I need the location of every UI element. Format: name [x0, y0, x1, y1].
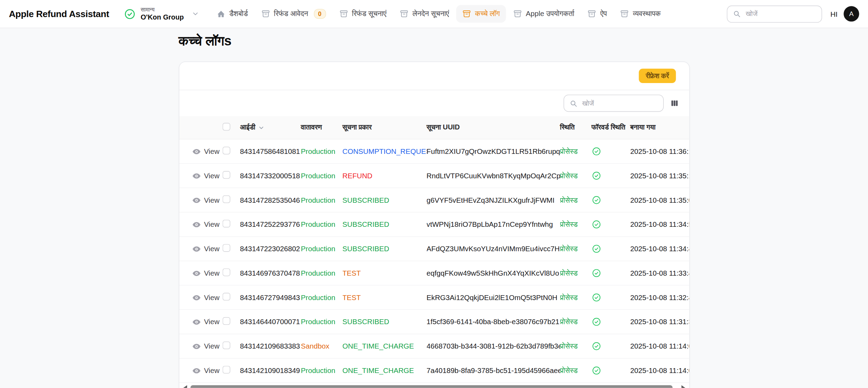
forward-status — [592, 293, 630, 302]
view-button-label: View — [204, 366, 219, 375]
header-notification-uuid: सूचना UUID — [426, 124, 560, 132]
eye-icon — [192, 366, 201, 375]
checkbox-cell — [222, 342, 240, 351]
checkbox-cell — [222, 317, 240, 327]
select-all-checkbox[interactable] — [222, 123, 230, 130]
table-row: View 843146440700071 Production SUBSCRIB… — [179, 310, 689, 334]
nav-item-refund-notifications[interactable]: रिफंड सूचनाएं — [333, 5, 392, 23]
scroll-right-arrow[interactable] — [681, 385, 685, 388]
view-button[interactable]: View — [179, 147, 222, 157]
view-button[interactable]: View — [179, 292, 222, 303]
status: प्रोसेस्ड — [560, 318, 591, 326]
view-button-label: View — [204, 196, 219, 204]
nav-item-refund-applications[interactable]: रिफंड आवेदन 0 — [255, 4, 332, 23]
table-row: View 843147586481081 Production CONSUMPT… — [179, 140, 689, 164]
status: प्रोसेस्ड — [560, 171, 591, 180]
notification-type: REFUND — [342, 172, 426, 180]
table-row: View 843147332000518 Production REFUND R… — [179, 164, 689, 188]
row-checkbox[interactable] — [222, 317, 230, 325]
notification-type: ONE_TIME_CHARGE — [342, 366, 426, 375]
log-id: 843146727949843 — [240, 293, 301, 302]
row-checkbox[interactable] — [222, 366, 230, 373]
checkbox-cell — [222, 171, 240, 180]
notification-uuid: eqfgqFKow49w5SkHhGnX4YqXIKcVl8Uo — [426, 269, 560, 277]
archive-box-icon — [400, 9, 408, 18]
view-button[interactable]: View — [179, 366, 222, 376]
table-row: View 843147282535046 Production SUBSCRIB… — [179, 188, 689, 212]
check-circle-icon — [124, 8, 135, 20]
view-button[interactable]: View — [179, 268, 222, 278]
table-toolbar — [179, 90, 689, 117]
nav-item-raw-logs[interactable]: कच्चे लॉग — [456, 5, 506, 23]
forward-status — [592, 342, 630, 351]
check-circle-icon — [592, 317, 601, 327]
tenant-switcher[interactable]: सामान्य O'Kon Group — [124, 6, 199, 21]
row-checkbox[interactable] — [222, 171, 230, 179]
status: प्रोसेस्ड — [560, 244, 591, 253]
view-button[interactable]: View — [179, 195, 222, 205]
created-at: 2025-10-08 11:36:18 — [630, 147, 689, 156]
refresh-button[interactable]: रीफ़्रेश करें — [639, 69, 676, 83]
view-button[interactable]: View — [179, 244, 222, 254]
scroll-left-arrow[interactable] — [183, 385, 187, 388]
table-row: View 843147252293776 Production SUBSCRIB… — [179, 212, 689, 237]
log-id: 843142109683383 — [240, 342, 301, 350]
table-row: View 843142109683383 Sandbox ONE_TIME_CH… — [179, 334, 689, 359]
page-title: कच्चे लॉगs — [179, 33, 690, 50]
scroll-thumb[interactable] — [190, 385, 672, 388]
status: प्रोसेस्ड — [560, 269, 591, 277]
row-checkbox[interactable] — [222, 220, 230, 227]
nav-item-apps[interactable]: ऐप — [581, 5, 613, 23]
view-button[interactable]: View — [179, 317, 222, 327]
environment: Production — [301, 147, 342, 156]
search-icon — [733, 10, 741, 18]
eye-icon — [192, 293, 201, 302]
view-button-label: View — [204, 245, 219, 253]
nav-item-apple-users[interactable]: Apple उपयोगकर्ता — [507, 5, 580, 23]
forward-status — [592, 317, 630, 327]
nav-item-admin[interactable]: व्यवस्थापक — [614, 5, 667, 23]
header-environment: वातावरण — [301, 124, 342, 132]
row-checkbox[interactable] — [222, 244, 230, 252]
environment: Production — [301, 366, 342, 375]
view-button[interactable]: View — [179, 219, 222, 230]
archive-box-icon — [588, 9, 596, 18]
checkbox-cell — [222, 366, 240, 375]
home-icon — [216, 9, 225, 18]
view-button[interactable]: View — [179, 171, 222, 181]
status: प्रोसेस्ड — [560, 342, 591, 350]
header-id[interactable]: आईडी — [240, 124, 301, 132]
archive-box-icon — [462, 9, 471, 18]
environment: Production — [301, 318, 342, 326]
row-checkbox[interactable] — [222, 342, 230, 349]
notification-uuid: 1f5cf369-6141-40ba-8beb-e38076c97b21 — [426, 318, 560, 326]
forward-status — [592, 366, 630, 375]
nav-item-transaction-notifications[interactable]: लेनदेन सूचनाएं — [394, 5, 455, 23]
row-checkbox[interactable] — [222, 293, 230, 300]
eye-icon — [192, 196, 201, 204]
checkbox-cell — [222, 244, 240, 253]
row-checkbox[interactable] — [222, 195, 230, 203]
log-id: 843147252293776 — [240, 220, 301, 229]
archive-box-icon — [261, 9, 270, 18]
forward-status — [592, 220, 630, 229]
created-at: 2025-10-08 11:33:49 — [630, 269, 689, 277]
check-circle-icon — [592, 244, 601, 253]
created-at: 2025-10-08 11:35:04 — [630, 196, 689, 204]
avatar[interactable]: A — [844, 6, 859, 21]
horizontal-scrollbar — [179, 383, 689, 388]
nav-label: डैशबोर्ड — [229, 9, 248, 18]
language-toggle[interactable]: HI — [830, 10, 838, 18]
view-button[interactable]: View — [179, 341, 222, 351]
global-search — [727, 5, 822, 22]
check-circle-icon — [592, 366, 601, 375]
table-search-input[interactable] — [581, 99, 658, 107]
status: प्रोसेस्ड — [560, 293, 591, 302]
row-checkbox[interactable] — [222, 147, 230, 154]
row-checkbox[interactable] — [222, 268, 230, 276]
created-at: 2025-10-08 11:31:38 — [630, 318, 689, 326]
nav-item-dashboard[interactable]: डैशबोर्ड — [210, 5, 254, 23]
table-search — [563, 95, 663, 112]
column-toggle-button[interactable] — [670, 99, 678, 107]
global-search-input[interactable] — [744, 9, 816, 18]
